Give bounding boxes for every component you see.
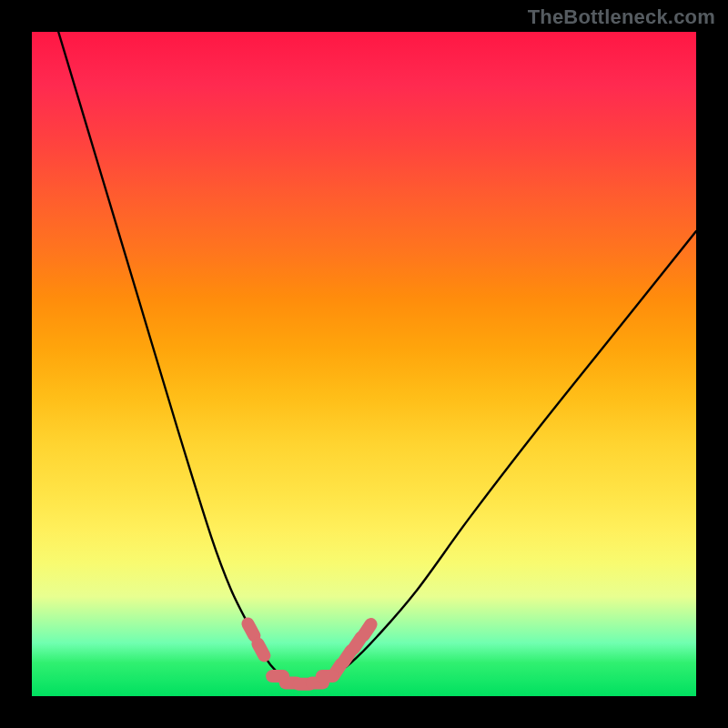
marker-alert-caps-left-0 [248,624,254,636]
series-bottleneck-curve-left [58,32,298,682]
curve-overlay [32,32,696,696]
plot-area [32,32,696,696]
marker-alert-caps-right-3 [364,624,371,635]
watermark-text: TheBottleneck.com [528,5,715,29]
marker-alert-caps-left-1 [258,643,264,655]
chart-frame: TheBottleneck.com [0,0,728,728]
series-bottleneck-curve-right [318,231,696,682]
